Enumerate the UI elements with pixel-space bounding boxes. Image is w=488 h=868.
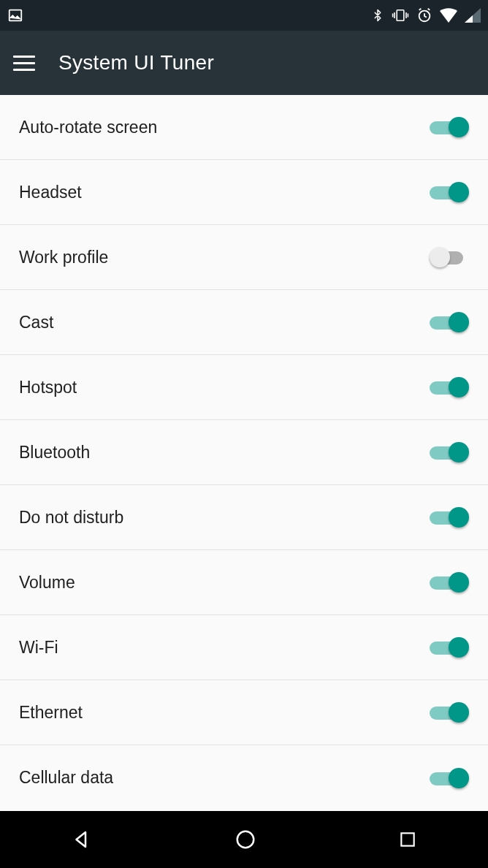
svg-point-3 xyxy=(237,831,254,848)
toggle-auto-rotate[interactable] xyxy=(430,115,469,139)
vibrate-icon xyxy=(392,7,409,23)
status-bar xyxy=(0,0,488,31)
setting-label: Do not disturb xyxy=(19,508,123,528)
toggle-hotspot[interactable] xyxy=(430,376,469,399)
back-icon[interactable] xyxy=(71,829,93,850)
setting-row-auto-rotate[interactable]: Auto-rotate screen xyxy=(0,95,488,160)
settings-list: Auto-rotate screenHeadsetWork profileCas… xyxy=(0,95,488,811)
setting-label: Volume xyxy=(19,573,75,593)
setting-row-work-profile[interactable]: Work profile xyxy=(0,225,488,290)
status-left xyxy=(7,7,23,23)
svg-rect-1 xyxy=(397,10,404,20)
home-icon[interactable] xyxy=(235,829,256,850)
setting-label: Headset xyxy=(19,183,82,202)
setting-row-headset[interactable]: Headset xyxy=(0,160,488,225)
setting-label: Auto-rotate screen xyxy=(19,118,157,137)
toggle-volume[interactable] xyxy=(430,571,469,594)
setting-row-volume[interactable]: Volume xyxy=(0,550,488,615)
page-title: System UI Tuner xyxy=(58,51,214,75)
setting-label: Cellular data xyxy=(19,768,113,788)
toggle-cellular[interactable] xyxy=(430,766,469,790)
toggle-work-profile[interactable] xyxy=(430,245,469,269)
image-icon xyxy=(7,7,23,23)
toggle-bluetooth[interactable] xyxy=(430,441,469,464)
setting-row-bluetooth[interactable]: Bluetooth xyxy=(0,420,488,485)
setting-row-ethernet[interactable]: Ethernet xyxy=(0,680,488,745)
setting-label: Ethernet xyxy=(19,703,83,723)
wifi-icon xyxy=(440,8,457,23)
toggle-headset[interactable] xyxy=(430,180,469,204)
setting-label: Bluetooth xyxy=(19,443,90,462)
toggle-wifi[interactable] xyxy=(430,636,469,659)
setting-label: Work profile xyxy=(19,248,108,267)
bluetooth-icon xyxy=(371,7,384,23)
recents-icon[interactable] xyxy=(398,830,417,849)
signal-icon xyxy=(465,8,481,23)
setting-row-cellular[interactable]: Cellular data xyxy=(0,745,488,810)
setting-row-wifi[interactable]: Wi-Fi xyxy=(0,615,488,680)
navigation-bar xyxy=(0,811,488,868)
setting-row-cast[interactable]: Cast xyxy=(0,290,488,355)
setting-label: Cast xyxy=(19,313,53,332)
setting-label: Wi-Fi xyxy=(19,638,58,658)
toggle-ethernet[interactable] xyxy=(430,701,469,724)
setting-row-hotspot[interactable]: Hotspot xyxy=(0,355,488,420)
menu-icon[interactable] xyxy=(13,56,35,71)
alarm-icon xyxy=(416,7,432,23)
status-right xyxy=(371,7,481,23)
svg-rect-4 xyxy=(401,833,413,845)
setting-row-dnd[interactable]: Do not disturb xyxy=(0,485,488,550)
toggle-cast[interactable] xyxy=(430,311,469,334)
setting-label: Hotspot xyxy=(19,378,77,397)
app-bar: System UI Tuner xyxy=(0,31,488,95)
toggle-dnd[interactable] xyxy=(430,506,469,529)
